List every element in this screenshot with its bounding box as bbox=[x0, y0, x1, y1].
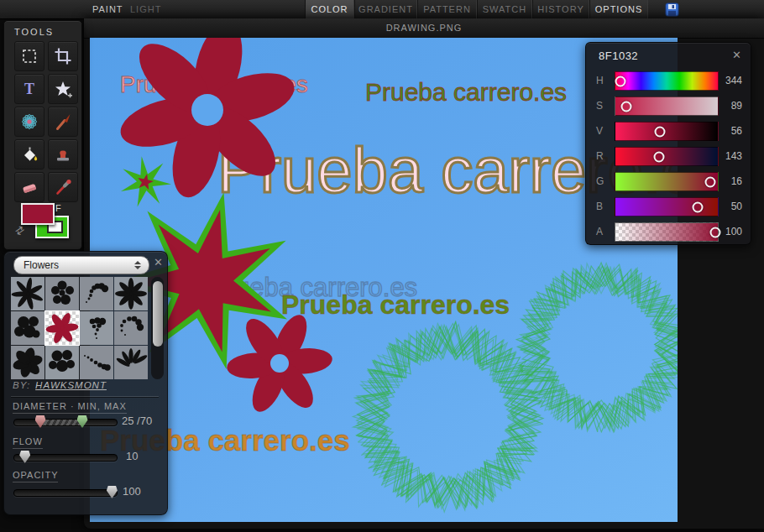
color-panel-close-icon[interactable]: ✕ bbox=[732, 49, 741, 61]
channel-bar-b[interactable] bbox=[615, 197, 719, 216]
crop-icon bbox=[54, 47, 72, 65]
channel-value-r: 143 bbox=[714, 150, 742, 162]
flower-stamp bbox=[226, 310, 333, 417]
tab-options[interactable]: OPTIONS bbox=[589, 0, 648, 18]
eraser-icon bbox=[20, 178, 39, 196]
dots-ring-brush-icon bbox=[114, 311, 148, 345]
tool-symmetry[interactable] bbox=[14, 107, 44, 137]
channel-label-h: H bbox=[596, 75, 604, 86]
channel-handle-r[interactable] bbox=[654, 151, 665, 162]
tool-stamp[interactable] bbox=[48, 139, 78, 170]
brush-cell[interactable] bbox=[114, 346, 148, 379]
floppy-disk-icon bbox=[665, 3, 679, 17]
foreground-label: F bbox=[55, 203, 61, 213]
brush-cell[interactable] bbox=[80, 346, 113, 379]
diameter-value: 25 /70 bbox=[122, 415, 152, 427]
brush-cell[interactable] bbox=[80, 311, 113, 345]
color-panel: 8F1032 ✕ H344S89V56R143G16B50A100 bbox=[585, 42, 751, 245]
blobs-big-brush-icon bbox=[11, 311, 44, 345]
brush-cell[interactable] bbox=[114, 277, 148, 310]
diameter-max-handle[interactable] bbox=[77, 415, 88, 428]
dots-s-brush-icon bbox=[80, 277, 113, 310]
menu-paint[interactable]: PAINT bbox=[92, 0, 123, 18]
tool-color-picker[interactable] bbox=[48, 172, 78, 202]
spirograph-wreath bbox=[353, 321, 543, 512]
tool-paintbrush[interactable] bbox=[48, 107, 78, 137]
channel-value-g: 16 bbox=[714, 175, 742, 187]
brush-cell[interactable] bbox=[11, 311, 44, 345]
dots-spray-brush-icon bbox=[80, 311, 113, 345]
brush-panel-close-icon[interactable]: ✕ bbox=[154, 256, 163, 269]
tool-fill-bucket[interactable] bbox=[14, 139, 44, 170]
opacity-slider[interactable] bbox=[13, 489, 118, 497]
channel-bar-r[interactable] bbox=[615, 147, 719, 166]
channel-value-h: 344 bbox=[714, 75, 742, 86]
channel-value-b: 50 bbox=[714, 201, 742, 212]
blobs2-brush-icon bbox=[45, 346, 79, 379]
brush-cell[interactable] bbox=[11, 277, 44, 310]
tool-crop[interactable] bbox=[48, 41, 78, 71]
opacity-handle[interactable] bbox=[107, 486, 118, 498]
foreground-color-swatch[interactable] bbox=[21, 203, 55, 225]
brush-cell[interactable] bbox=[11, 346, 44, 379]
swap-colors-icon[interactable]: ⇄ bbox=[13, 222, 28, 238]
diameter-min-handle[interactable] bbox=[35, 415, 46, 428]
channel-label-a: A bbox=[596, 226, 603, 237]
channel-label-v: V bbox=[596, 125, 603, 137]
alpha-gradient-overlay bbox=[615, 223, 718, 241]
channel-bar-a[interactable] bbox=[615, 222, 719, 242]
brush-cell[interactable] bbox=[45, 277, 79, 310]
diameter-range-fill bbox=[40, 420, 82, 425]
fill-icon bbox=[20, 145, 39, 164]
document-titlebar[interactable]: DRAWING.PNG bbox=[84, 18, 764, 39]
tool-eraser[interactable] bbox=[14, 172, 44, 202]
stamp-icon bbox=[54, 145, 72, 164]
brush-cell-selected[interactable] bbox=[45, 311, 79, 345]
brush-cell[interactable] bbox=[114, 311, 148, 345]
brush-panel: Flowers ✕ BY:HAWKSMONT DIAMETER · MIN, M… bbox=[3, 251, 168, 515]
daisy-slim2-brush-icon bbox=[114, 277, 148, 310]
channel-label-r: R bbox=[596, 150, 604, 162]
channel-handle-b[interactable] bbox=[692, 201, 703, 212]
tool-shape-star[interactable] bbox=[48, 74, 78, 104]
diameter-slider[interactable] bbox=[13, 419, 118, 426]
channel-bar-g[interactable] bbox=[615, 172, 719, 191]
flow-handle[interactable] bbox=[19, 451, 30, 463]
menu-light[interactable]: LIGHT bbox=[130, 0, 161, 18]
symmetry-icon bbox=[20, 112, 39, 131]
tab-swatch[interactable]: SWATCH bbox=[477, 0, 532, 18]
picker-icon bbox=[54, 178, 72, 196]
channel-row-v: V56 bbox=[586, 122, 751, 139]
color-hex-title: 8F1032 bbox=[599, 50, 638, 62]
brush-cell[interactable] bbox=[80, 277, 113, 310]
channel-value-s: 89 bbox=[714, 100, 742, 112]
tab-pattern[interactable]: PATTERN bbox=[417, 0, 477, 18]
channel-bar-s[interactable] bbox=[615, 96, 719, 116]
star-icon bbox=[54, 80, 72, 98]
save-button[interactable] bbox=[655, 0, 688, 18]
tool-marquee-select[interactable] bbox=[14, 41, 44, 71]
brush-cell[interactable] bbox=[45, 346, 79, 379]
marquee-icon bbox=[20, 47, 39, 65]
channel-handle-v[interactable] bbox=[655, 126, 666, 137]
tab-history[interactable]: HISTORY bbox=[532, 0, 589, 18]
brush-icon bbox=[54, 112, 72, 131]
petals-side-brush-icon bbox=[114, 346, 148, 379]
channel-bar-v[interactable] bbox=[615, 122, 719, 141]
opacity-label: OPACITY bbox=[13, 470, 58, 482]
channel-bar-h[interactable] bbox=[615, 71, 719, 91]
brush-scrollbar-thumb[interactable] bbox=[153, 281, 163, 347]
channel-label-s: S bbox=[596, 100, 603, 112]
brush-category-dropdown[interactable]: Flowers bbox=[13, 256, 149, 274]
tool-text[interactable]: T bbox=[14, 74, 44, 104]
channel-handle-s[interactable] bbox=[620, 101, 631, 112]
flow-slider[interactable] bbox=[13, 454, 118, 462]
tab-gradient[interactable]: GRADIENT bbox=[354, 0, 417, 18]
spinner-up-icon bbox=[134, 261, 141, 264]
channel-handle-h[interactable] bbox=[615, 76, 626, 86]
author-link[interactable]: HAWKSMONT bbox=[35, 380, 107, 390]
tab-color[interactable]: COLOR bbox=[305, 0, 354, 18]
flow-label: FLOW bbox=[13, 436, 43, 449]
brush-scrollbar[interactable] bbox=[151, 277, 164, 379]
channel-label-g: G bbox=[596, 175, 604, 187]
